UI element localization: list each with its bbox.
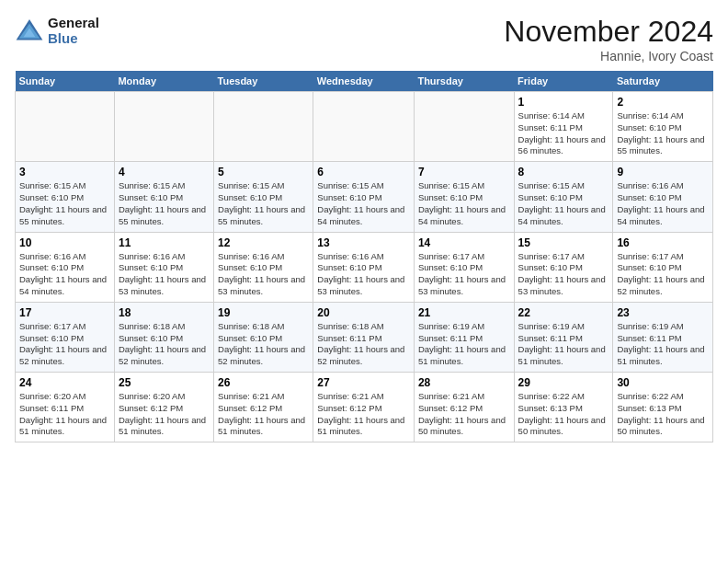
logo-icon [15,17,44,43]
day-info: Sunrise: 6:19 AMSunset: 6:11 PMDaylight:… [518,321,609,368]
location: Hannie, Ivory Coast [504,49,713,63]
calendar-cell: 26Sunrise: 6:21 AMSunset: 6:12 PMDayligh… [214,373,313,442]
header-monday: Monday [114,71,213,92]
day-number: 3 [19,166,110,178]
day-info: Sunrise: 6:15 AMSunset: 6:10 PMDaylight:… [518,180,609,227]
header-friday: Friday [514,71,613,92]
calendar-cell: 6Sunrise: 6:15 AMSunset: 6:10 PMDaylight… [313,162,415,232]
calendar-cell: 3Sunrise: 6:15 AMSunset: 6:10 PMDaylight… [16,162,115,232]
day-info: Sunrise: 6:18 AMSunset: 6:10 PMDaylight:… [218,321,309,368]
day-number: 26 [218,376,309,389]
day-number: 5 [218,166,309,178]
calendar-cell: 16Sunrise: 6:17 AMSunset: 6:10 PMDayligh… [613,232,713,302]
day-number: 28 [418,376,510,389]
calendar-cell: 18Sunrise: 6:18 AMSunset: 6:10 PMDayligh… [114,302,213,372]
calendar-cell: 4Sunrise: 6:15 AMSunset: 6:10 PMDaylight… [114,162,213,232]
day-number: 25 [119,376,210,389]
calendar-cell [313,92,415,162]
header-tuesday: Tuesday [214,71,313,92]
calendar-cell: 13Sunrise: 6:16 AMSunset: 6:10 PMDayligh… [313,232,415,302]
header-sunday: Sunday [16,71,115,92]
day-number: 24 [19,376,110,389]
day-info: Sunrise: 6:16 AMSunset: 6:10 PMDaylight:… [617,180,709,227]
day-info: Sunrise: 6:17 AMSunset: 6:10 PMDaylight:… [617,251,709,298]
day-info: Sunrise: 6:19 AMSunset: 6:11 PMDaylight:… [617,321,709,368]
day-number: 1 [518,96,609,109]
week-row-4: 17Sunrise: 6:17 AMSunset: 6:10 PMDayligh… [16,302,713,372]
day-number: 2 [617,96,709,109]
day-number: 30 [617,376,709,389]
month-title: November 2024 [504,15,713,49]
day-info: Sunrise: 6:17 AMSunset: 6:10 PMDaylight:… [418,251,510,298]
day-number: 20 [317,306,410,319]
calendar-cell: 1Sunrise: 6:14 AMSunset: 6:11 PMDaylight… [514,92,613,162]
calendar-cell: 14Sunrise: 6:17 AMSunset: 6:10 PMDayligh… [414,232,514,302]
day-info: Sunrise: 6:17 AMSunset: 6:10 PMDaylight:… [19,321,110,368]
calendar-cell: 23Sunrise: 6:19 AMSunset: 6:11 PMDayligh… [613,302,713,372]
header-saturday: Saturday [613,71,713,92]
day-info: Sunrise: 6:21 AMSunset: 6:12 PMDaylight:… [317,391,410,438]
calendar-cell: 7Sunrise: 6:15 AMSunset: 6:10 PMDaylight… [414,162,514,232]
calendar-cell: 28Sunrise: 6:21 AMSunset: 6:12 PMDayligh… [414,373,514,442]
day-info: Sunrise: 6:15 AMSunset: 6:10 PMDaylight:… [317,180,410,227]
day-number: 14 [418,236,510,249]
day-number: 27 [317,376,410,389]
calendar-cell: 30Sunrise: 6:22 AMSunset: 6:13 PMDayligh… [613,373,713,442]
title-area: November 2024 Hannie, Ivory Coast [504,15,713,63]
day-number: 11 [119,236,210,249]
day-number: 22 [518,306,609,319]
day-info: Sunrise: 6:15 AMSunset: 6:10 PMDaylight:… [19,180,110,227]
calendar-cell: 24Sunrise: 6:20 AMSunset: 6:11 PMDayligh… [16,373,115,442]
calendar-cell: 27Sunrise: 6:21 AMSunset: 6:12 PMDayligh… [313,373,415,442]
day-info: Sunrise: 6:22 AMSunset: 6:13 PMDaylight:… [617,391,709,438]
day-info: Sunrise: 6:16 AMSunset: 6:10 PMDaylight:… [119,251,210,298]
day-number: 6 [317,166,410,178]
logo: General Blue [15,15,99,46]
week-row-2: 3Sunrise: 6:15 AMSunset: 6:10 PMDaylight… [16,162,713,232]
day-info: Sunrise: 6:16 AMSunset: 6:10 PMDaylight:… [19,251,110,298]
day-info: Sunrise: 6:22 AMSunset: 6:13 PMDaylight:… [518,391,609,438]
calendar-cell: 12Sunrise: 6:16 AMSunset: 6:10 PMDayligh… [214,232,313,302]
calendar-cell: 29Sunrise: 6:22 AMSunset: 6:13 PMDayligh… [514,373,613,442]
day-info: Sunrise: 6:15 AMSunset: 6:10 PMDaylight:… [218,180,309,227]
day-number: 21 [418,306,510,319]
logo-text: General Blue [48,15,99,46]
day-number: 4 [119,166,210,178]
calendar-cell: 11Sunrise: 6:16 AMSunset: 6:10 PMDayligh… [114,232,213,302]
week-row-3: 10Sunrise: 6:16 AMSunset: 6:10 PMDayligh… [16,232,713,302]
day-info: Sunrise: 6:14 AMSunset: 6:11 PMDaylight:… [518,110,609,157]
calendar-cell: 2Sunrise: 6:14 AMSunset: 6:10 PMDaylight… [613,92,713,162]
calendar-cell: 17Sunrise: 6:17 AMSunset: 6:10 PMDayligh… [16,302,115,372]
week-row-5: 24Sunrise: 6:20 AMSunset: 6:11 PMDayligh… [16,373,713,442]
day-info: Sunrise: 6:20 AMSunset: 6:12 PMDaylight:… [119,391,210,438]
header-wednesday: Wednesday [313,71,415,92]
day-info: Sunrise: 6:21 AMSunset: 6:12 PMDaylight:… [418,391,510,438]
week-row-1: 1Sunrise: 6:14 AMSunset: 6:11 PMDaylight… [16,92,713,162]
day-info: Sunrise: 6:17 AMSunset: 6:10 PMDaylight:… [518,251,609,298]
day-number: 19 [218,306,309,319]
calendar-cell: 22Sunrise: 6:19 AMSunset: 6:11 PMDayligh… [514,302,613,372]
calendar-cell: 5Sunrise: 6:15 AMSunset: 6:10 PMDaylight… [214,162,313,232]
calendar-cell: 19Sunrise: 6:18 AMSunset: 6:10 PMDayligh… [214,302,313,372]
day-number: 18 [119,306,210,319]
header-row: SundayMondayTuesdayWednesdayThursdayFrid… [16,71,713,92]
day-info: Sunrise: 6:14 AMSunset: 6:10 PMDaylight:… [617,110,709,157]
page-header: General Blue November 2024 Hannie, Ivory… [15,15,713,63]
day-info: Sunrise: 6:20 AMSunset: 6:11 PMDaylight:… [19,391,110,438]
day-info: Sunrise: 6:15 AMSunset: 6:10 PMDaylight:… [418,180,510,227]
calendar-table: SundayMondayTuesdayWednesdayThursdayFrid… [15,71,713,442]
day-info: Sunrise: 6:16 AMSunset: 6:10 PMDaylight:… [317,251,410,298]
day-number: 8 [518,166,609,178]
day-number: 29 [518,376,609,389]
day-info: Sunrise: 6:18 AMSunset: 6:11 PMDaylight:… [317,321,410,368]
calendar-cell [414,92,514,162]
calendar-cell [214,92,313,162]
day-number: 12 [218,236,309,249]
day-number: 23 [617,306,709,319]
day-info: Sunrise: 6:16 AMSunset: 6:10 PMDaylight:… [218,251,309,298]
calendar-cell: 20Sunrise: 6:18 AMSunset: 6:11 PMDayligh… [313,302,415,372]
day-number: 16 [617,236,709,249]
day-info: Sunrise: 6:21 AMSunset: 6:12 PMDaylight:… [218,391,309,438]
day-number: 17 [19,306,110,319]
day-number: 13 [317,236,410,249]
